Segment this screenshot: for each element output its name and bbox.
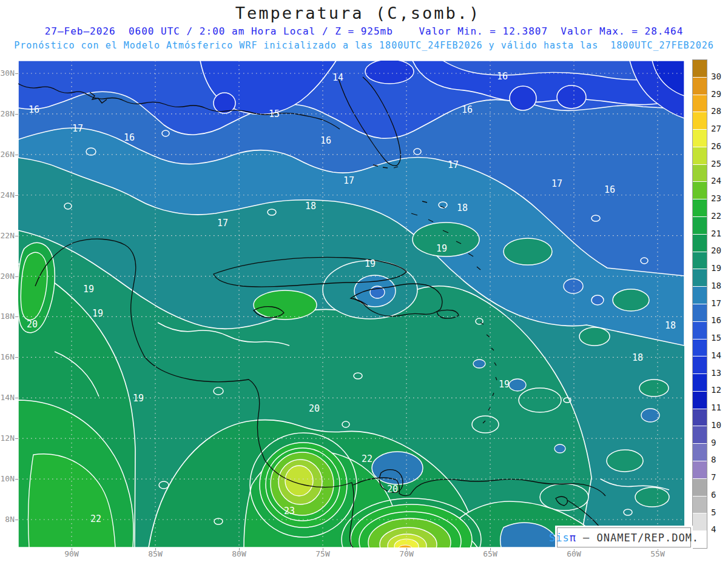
colorbar-label: 17 [711, 298, 728, 308]
lat-axis-label: 22N [0, 231, 15, 240]
contour-label: 18 [305, 201, 316, 212]
colorbar-cell [693, 461, 707, 478]
colorbar-label: 8 [711, 455, 728, 464]
colorbar-cell [693, 356, 707, 373]
lat-tick [15, 155, 18, 155]
lat-tick [15, 73, 18, 74]
colorbar-cell [693, 513, 707, 530]
lat-tick [15, 114, 18, 115]
colorbar-cell [693, 181, 707, 199]
colorbar-cell [693, 409, 707, 426]
lat-axis-label: 14N [0, 393, 15, 402]
colorbar-label: 14 [711, 350, 728, 360]
colorbar-cell [693, 321, 707, 339]
colorbar-cell [693, 391, 707, 409]
colorbar-label: 23 [711, 193, 728, 203]
temperature-contour-map: 1416161617161516171718181716171919191920… [18, 61, 684, 547]
lon-tick [155, 548, 156, 550]
colorbar-label: 21 [711, 229, 728, 238]
lat-axis-label: 10N [0, 474, 15, 483]
contour-label: 19 [499, 379, 510, 390]
lon-axis-label: 80W [226, 549, 252, 558]
lon-axis-label: 65W [477, 549, 504, 558]
region-13-14c-blob [510, 86, 536, 110]
temperature-colorbar [692, 59, 707, 549]
contour-label: 18 [665, 320, 676, 331]
colorbar-cell [693, 478, 707, 496]
lat-axis-label: 28N [0, 109, 15, 118]
colorbar-label: 5 [711, 507, 728, 517]
colorbar-label: 11 [711, 403, 728, 412]
lon-axis-label: 60W [561, 549, 587, 558]
colorbar-label: 27 [711, 124, 728, 133]
contour-label: 15 [269, 109, 280, 119]
colorbar-label: 22 [711, 211, 728, 221]
lat-tick [15, 438, 18, 439]
lon-axis-label: 55W [644, 549, 671, 558]
lon-axis-label: 75W [309, 549, 336, 558]
colorbar-cell [693, 286, 707, 304]
contour-label: 19 [365, 258, 376, 269]
colorbar-label: 26 [711, 141, 728, 151]
watermark-box: Sisπ – ONAMET/REP.DOM. [557, 527, 691, 547]
colorbar-label: 29 [711, 89, 728, 99]
colorbar-cell [693, 77, 707, 95]
colorbar-cell [693, 199, 707, 216]
map-canvas: 1416161617161516171718181716171919191920… [18, 61, 684, 547]
colorbar-label: 18 [711, 281, 728, 290]
lat-tick [15, 195, 18, 196]
watermark-org: – ONAMET/REP.DOM. [576, 532, 699, 544]
lon-tick [490, 548, 491, 550]
colorbar-label: 7 [711, 472, 728, 482]
colorbar-label: 20 [711, 246, 728, 255]
colorbar-cell [693, 426, 707, 443]
lat-axis-label: 12N [0, 433, 15, 443]
colorbar-cell [693, 234, 707, 252]
subtitle-validtime: 27–Feb–2026 0600 UTC / 2:00 am Hora Loca… [0, 25, 728, 37]
lat-axis-label: 18N [0, 312, 15, 321]
colorbar-cell [693, 269, 707, 286]
colorbar-label: 19 [711, 263, 728, 273]
colorbar-cell [693, 112, 707, 129]
contour-label: 16 [29, 104, 39, 115]
colorbar-label: 24 [711, 176, 728, 186]
lat-axis-label: 20N [0, 272, 15, 281]
colorbar-label: 30 [711, 72, 728, 81]
contour-label: 17 [343, 175, 354, 186]
contour-label: 20 [27, 319, 38, 330]
lon-axis-label: 90W [58, 549, 85, 558]
watermark-sis: Sis [549, 532, 570, 544]
contour-label: 20 [309, 403, 320, 414]
contour-label: 19 [83, 284, 94, 295]
contour-label: 17 [551, 178, 562, 189]
colorbar-cell [693, 95, 707, 112]
colorbar-cell [693, 252, 707, 269]
contour-label: 18 [632, 352, 643, 363]
subtitle-model: Pronóstico con el Modelo Atmósferico WRF… [0, 40, 728, 51]
colorbar-cell [693, 60, 707, 77]
lat-tick [15, 236, 18, 236]
colorbar-cell [693, 373, 707, 391]
contour-label: 22 [362, 453, 372, 464]
region-13-14c-blob [365, 61, 414, 84]
contour-label: 16 [320, 135, 331, 146]
lon-tick [658, 548, 658, 550]
contour-label: 17 [448, 159, 459, 170]
lat-tick [15, 398, 18, 398]
colorbar-cell [693, 443, 707, 461]
lat-axis-label: 30N [0, 69, 15, 78]
contour-label: 18 [457, 202, 468, 213]
lat-tick [15, 520, 18, 520]
colorbar-cell [693, 164, 707, 182]
region-16-17c-spot [592, 295, 604, 305]
colorbar-label: 10 [711, 420, 728, 430]
colorbar-label: 12 [711, 385, 728, 395]
contour-label: 19 [133, 393, 144, 404]
region-16-17c-spot [564, 279, 583, 293]
colorbar-label: 28 [711, 106, 728, 116]
lat-tick [15, 276, 18, 277]
lon-tick [406, 548, 407, 550]
lon-tick [574, 548, 575, 550]
lon-tick [323, 548, 323, 550]
colorbar-label: 25 [711, 159, 728, 169]
